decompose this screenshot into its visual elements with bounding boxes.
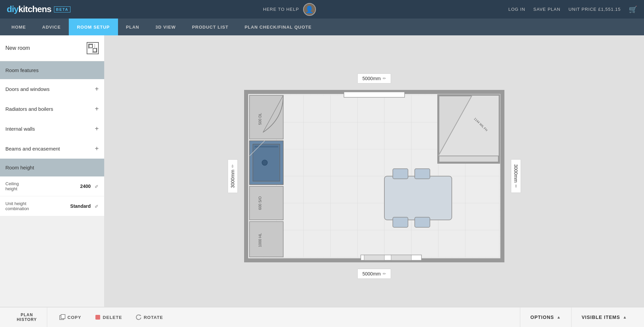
- svg-marker-48: [140, 315, 141, 316]
- dim-bottom-value: 5000mm: [362, 271, 381, 276]
- svg-rect-47: [95, 315, 100, 320]
- new-room-label: New room: [5, 45, 30, 51]
- new-room-svg: [88, 43, 97, 53]
- save-plan-button[interactable]: SAVE PLAN: [533, 7, 560, 12]
- internal-walls-plus-icon[interactable]: +: [95, 125, 99, 133]
- nav-product-list[interactable]: PRODUCT LIST: [184, 19, 236, 35]
- unit-height-value: Standard: [70, 203, 91, 209]
- canvas-area[interactable]: 5000mm ✏ 5000mm ✏ 3000mm ✏ 3000mm ✏: [105, 35, 644, 307]
- new-room-icon: [87, 42, 99, 54]
- sidebar-item-room-height-label: Room height: [5, 165, 34, 170]
- top-center: HERE TO HELP 👤: [263, 3, 316, 16]
- svg-rect-1: [93, 48, 96, 52]
- unit-price-label: UNIT PRICE £1,551.15: [568, 7, 621, 12]
- options-chevron-up-icon: ▲: [557, 315, 561, 320]
- beams-plus-icon[interactable]: +: [95, 145, 99, 153]
- bottom-bar: PLAN HISTORY COPY DELETE ROTATE: [0, 307, 644, 327]
- nav-plan[interactable]: PLAN: [118, 19, 147, 35]
- login-button[interactable]: LOG IN: [508, 7, 525, 12]
- delete-icon: [95, 314, 101, 320]
- delete-label: DELETE: [103, 315, 122, 320]
- dim-top[interactable]: 5000mm ✏: [357, 73, 391, 84]
- ceiling-height-value: 2400: [80, 184, 91, 189]
- options-label: OPTIONS: [530, 315, 554, 320]
- rotate-icon: [136, 314, 142, 320]
- plan-history-button[interactable]: PLAN HISTORY: [7, 307, 47, 327]
- logo: diykitchens BETA: [7, 4, 70, 14]
- unit-height-field-label: Unit heightcombination: [5, 201, 70, 211]
- plan-label: PLAN: [21, 313, 33, 317]
- cart-icon[interactable]: 🛒: [629, 5, 637, 13]
- sidebar-item-room-features[interactable]: Room features: [0, 61, 104, 79]
- floor-plan-svg: 500 DL 600 S/O 1000 HL: [243, 89, 506, 264]
- ceiling-height-edit-icon[interactable]: ✏: [93, 183, 100, 190]
- logo-text: diykitchens: [7, 4, 51, 14]
- dim-left-value: 3000mm: [230, 170, 235, 188]
- dim-left-edit-icon[interactable]: ✏: [230, 164, 235, 168]
- sidebar-item-room-height[interactable]: Room height: [0, 159, 104, 176]
- dim-left[interactable]: 3000mm ✏: [228, 159, 238, 193]
- delete-button[interactable]: DELETE: [89, 312, 127, 323]
- sidebar-item-new-room[interactable]: New room: [0, 35, 104, 61]
- svg-rect-23: [250, 95, 283, 139]
- doors-windows-plus-icon[interactable]: +: [95, 85, 99, 93]
- bottom-right-buttons: OPTIONS ▲ VISIBLE ITEMS ▲: [520, 307, 637, 327]
- svg-rect-42: [393, 217, 408, 227]
- sidebar-item-radiators-boilers[interactable]: Radiators and boilers +: [0, 99, 104, 119]
- svg-point-28: [262, 160, 267, 165]
- options-button[interactable]: OPTIONS ▲: [520, 307, 571, 327]
- dim-right-value: 3000mm: [513, 164, 519, 183]
- top-bar: diykitchens BETA HERE TO HELP 👤 LOG IN S…: [0, 0, 644, 19]
- sidebar-item-doors-windows-label: Doors and windows: [5, 86, 50, 92]
- top-right: LOG IN SAVE PLAN UNIT PRICE £1,551.15 🛒: [508, 5, 637, 13]
- nav-advice[interactable]: ADVICE: [34, 19, 69, 35]
- floor-plan-wrapper: 5000mm ✏ 5000mm ✏ 3000mm ✏ 3000mm ✏: [243, 89, 506, 264]
- copy-button[interactable]: COPY: [54, 312, 87, 323]
- here-to-help-label[interactable]: HERE TO HELP: [263, 7, 299, 12]
- main-layout: New room Room features Doors and windows…: [0, 35, 644, 307]
- dim-top-edit-icon[interactable]: ✏: [383, 76, 386, 81]
- svg-rect-35: [344, 92, 405, 97]
- radiators-plus-icon[interactable]: +: [95, 105, 99, 113]
- copy-label: COPY: [67, 315, 81, 320]
- dim-bottom[interactable]: 5000mm ✏: [357, 269, 391, 279]
- dim-right-edit-icon[interactable]: ✏: [514, 185, 518, 188]
- nav-home[interactable]: HOME: [3, 19, 34, 35]
- svg-rect-0: [89, 44, 92, 48]
- sidebar-item-room-features-label: Room features: [5, 67, 38, 73]
- svg-rect-46: [61, 315, 65, 319]
- unit-height-row: Unit heightcombination Standard ✏: [0, 196, 104, 216]
- dim-right[interactable]: 3000mm ✏: [511, 159, 521, 193]
- bottom-action-buttons: COPY DELETE ROTATE: [47, 312, 520, 323]
- svg-rect-39: [384, 176, 452, 220]
- nav-room-setup[interactable]: ROOM SETUP: [69, 19, 118, 35]
- svg-rect-33: [250, 222, 283, 257]
- nav-3d-view[interactable]: 3D VIEW: [147, 19, 184, 35]
- history-label: HISTORY: [17, 317, 37, 322]
- svg-rect-31: [250, 186, 283, 220]
- sidebar-item-internal-walls[interactable]: Internal walls +: [0, 119, 104, 139]
- floor-plan-container: 5000mm ✏ 5000mm ✏ 3000mm ✏ 3000mm ✏: [121, 52, 627, 300]
- svg-rect-43: [415, 217, 430, 227]
- sidebar-item-beams-encasement-label: Beams and encasement: [5, 146, 60, 152]
- dim-top-value: 5000mm: [362, 76, 381, 81]
- avatar[interactable]: 👤: [303, 3, 316, 16]
- unit-height-edit-icon[interactable]: ✏: [93, 203, 100, 209]
- copy-icon: [59, 314, 65, 320]
- visible-items-button[interactable]: VISIBLE ITEMS ▲: [571, 307, 637, 327]
- ceiling-height-field-label: Ceilingheight: [5, 181, 80, 191]
- dim-bottom-edit-icon[interactable]: ✏: [383, 271, 386, 276]
- beta-badge: BETA: [54, 6, 70, 12]
- visible-items-chevron-up-icon: ▲: [623, 315, 627, 320]
- svg-text:600 S/O: 600 S/O: [258, 196, 262, 210]
- ceiling-height-row: Ceilingheight 2400 ✏: [0, 176, 104, 196]
- sidebar-item-doors-windows[interactable]: Doors and windows +: [0, 79, 104, 99]
- sidebar-item-beams-encasement[interactable]: Beams and encasement +: [0, 139, 104, 159]
- sidebar-item-radiators-boilers-label: Radiators and boilers: [5, 106, 53, 112]
- svg-rect-41: [415, 169, 430, 179]
- svg-text:1000 HL: 1000 HL: [258, 233, 262, 247]
- rotate-button[interactable]: ROTATE: [130, 312, 169, 323]
- svg-rect-38: [391, 255, 411, 260]
- nav-plan-check[interactable]: PLAN CHECK/FINAL QUOTE: [236, 19, 320, 35]
- sidebar: New room Room features Doors and windows…: [0, 35, 105, 307]
